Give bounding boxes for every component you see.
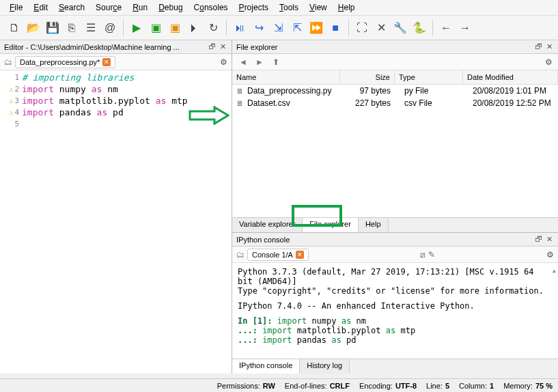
clear-icon[interactable]: ✎ bbox=[428, 250, 435, 260]
maximize-icon[interactable]: ⛶ bbox=[353, 19, 371, 37]
back-icon[interactable]: ← bbox=[437, 19, 455, 37]
list-icon[interactable]: ☰ bbox=[82, 19, 100, 37]
close-tab-icon[interactable]: ✕ bbox=[102, 58, 111, 66]
console-tab[interactable]: Console 1/A ✕ bbox=[247, 249, 309, 261]
save-all-icon[interactable]: ⎘ bbox=[63, 19, 81, 37]
at-icon[interactable]: @ bbox=[101, 19, 119, 37]
run-cell-icon[interactable]: ▣ bbox=[147, 19, 165, 37]
close-pane-icon[interactable]: ✕ bbox=[544, 42, 554, 51]
explorer-nav: ◄ ► ⬆ ⚙ bbox=[232, 54, 558, 70]
file-row[interactable]: 🗎 Dataset.csv 227 bytes csv File 20/08/2… bbox=[232, 97, 558, 109]
annotation-arrow bbox=[189, 106, 229, 125]
col-type[interactable]: Type bbox=[395, 70, 463, 84]
console-bottom-tabs: IPython console History log bbox=[232, 359, 558, 374]
run-icon[interactable]: ▶ bbox=[128, 19, 145, 37]
col-date[interactable]: Date Modified bbox=[463, 70, 558, 84]
status-permissions: Permissions: RW bbox=[217, 382, 275, 390]
menu-bar: File Edit Search Source Run Debug Consol… bbox=[0, 0, 558, 16]
close-pane-icon[interactable]: ✕ bbox=[544, 235, 554, 244]
close-pane-icon[interactable]: ✕ bbox=[218, 42, 227, 51]
status-memory: Memory: 75 % bbox=[503, 382, 553, 390]
run-selection-icon[interactable]: ⏵ bbox=[185, 19, 203, 37]
gear-icon[interactable]: ⚙ bbox=[546, 250, 554, 260]
file-list-header: Name Size Type Date Modified bbox=[232, 70, 558, 85]
explorer-tabs: Variable explorer File explorer Help bbox=[232, 217, 558, 232]
main-toolbar: 🗋 📂 💾 ⎘ ☰ @ ▶ ▣ ▣ ⏵ ↻ ⏯ ↪ ⇲ ⇱ ⏩ ■ ⛶ ✕ 🔧 … bbox=[0, 16, 558, 40]
col-size[interactable]: Size bbox=[340, 70, 395, 84]
status-encoding: Encoding: UTF-8 bbox=[359, 382, 417, 390]
menu-view[interactable]: View bbox=[304, 1, 333, 14]
file-row[interactable]: 🗎 Data_preprocessing.py 97 bytes py File… bbox=[232, 85, 558, 97]
file-icon: 🗎 bbox=[236, 87, 247, 95]
console-tab-row: 🗂 Console 1/A ✕ ⧄ ✎ ⚙ bbox=[232, 247, 558, 263]
file-explorer-header: File explorer 🗗✕ bbox=[232, 40, 558, 54]
undock-icon[interactable]: 🗗 bbox=[207, 42, 217, 51]
file-explorer-title: File explorer bbox=[236, 43, 533, 51]
wrench-icon[interactable]: 🔧 bbox=[391, 19, 409, 37]
status-line: Line: 5 bbox=[426, 382, 449, 390]
tab-ipython[interactable]: IPython console bbox=[232, 359, 300, 374]
menu-file[interactable]: File bbox=[4, 1, 28, 14]
status-column: Column: 1 bbox=[459, 382, 494, 390]
menu-tools[interactable]: Tools bbox=[274, 1, 304, 14]
code-line-2: import numpy as nm bbox=[22, 84, 118, 94]
ipython-title: IPython console bbox=[236, 236, 533, 244]
nav-back-icon[interactable]: ◄ bbox=[238, 57, 249, 67]
console-banner: IPython 7.4.0 -- An enhanced Interactive… bbox=[238, 301, 553, 311]
undock-icon[interactable]: 🗗 bbox=[533, 235, 543, 244]
code-line-1: # importing libraries bbox=[22, 72, 134, 83]
step-into-icon[interactable]: ⇲ bbox=[269, 19, 287, 37]
step-out-icon[interactable]: ⇱ bbox=[288, 19, 306, 37]
python-icon[interactable]: 🐍 bbox=[410, 19, 428, 37]
menu-consoles[interactable]: Consoles bbox=[189, 1, 234, 14]
browse-tabs-icon[interactable]: 🗂 bbox=[236, 250, 245, 260]
editor-tab-row: 🗂 Data_preprocessing.py* ✕ ⚙ bbox=[0, 54, 232, 70]
console-banner: Type "copyright", "credits" or "license"… bbox=[238, 286, 553, 296]
interrupt-icon[interactable]: ⧄ bbox=[420, 250, 426, 260]
new-file-icon[interactable]: 🗋 bbox=[5, 19, 23, 37]
gear-icon[interactable]: ⚙ bbox=[220, 57, 227, 67]
editor-file-tab[interactable]: Data_preprocessing.py* ✕ bbox=[15, 56, 115, 68]
nav-forward-icon[interactable]: ► bbox=[254, 57, 265, 67]
gear-icon[interactable]: ⚙ bbox=[545, 57, 553, 67]
stop-debug-icon[interactable]: ■ bbox=[326, 19, 344, 37]
menu-source[interactable]: Source bbox=[90, 1, 127, 14]
open-file-icon[interactable]: 📂 bbox=[25, 19, 42, 37]
console-in: In [1]: import numpy as nm bbox=[238, 316, 553, 326]
debug-icon[interactable]: ⏯ bbox=[231, 19, 249, 37]
browse-tabs-icon[interactable]: 🗂 bbox=[4, 57, 12, 67]
nav-up-icon[interactable]: ⬆ bbox=[270, 57, 281, 67]
menu-projects[interactable]: Projects bbox=[234, 1, 274, 14]
console-banner: Python 3.7.3 (default, Mar 27 2019, 17:1… bbox=[238, 267, 553, 286]
tab-help[interactable]: Help bbox=[359, 218, 389, 232]
rerun-icon[interactable]: ↻ bbox=[204, 19, 222, 37]
close-tab-icon[interactable]: ✕ bbox=[296, 251, 304, 259]
status-eol: End-of-lines: CRLF bbox=[285, 382, 350, 390]
console-output[interactable]: ▴ Python 3.7.3 (default, Mar 27 2019, 17… bbox=[232, 263, 558, 359]
menu-run[interactable]: Run bbox=[127, 1, 153, 14]
status-bar: Permissions: RW End-of-lines: CRLF Encod… bbox=[0, 378, 558, 392]
step-over-icon[interactable]: ↪ bbox=[250, 19, 268, 37]
scroll-up-icon[interactable]: ▴ bbox=[552, 266, 557, 275]
editor-header: Editor - C:\Users\admin\Desktop\Machine … bbox=[0, 40, 232, 54]
tab-filename: Data_preprocessing.py* bbox=[20, 58, 100, 66]
forward-icon[interactable]: → bbox=[456, 19, 474, 37]
crossed-tools-icon[interactable]: ✕ bbox=[372, 19, 390, 37]
tab-history[interactable]: History log bbox=[300, 359, 350, 374]
run-cell-advance-icon[interactable]: ▣ bbox=[166, 19, 184, 37]
menu-help[interactable]: Help bbox=[333, 1, 361, 14]
editor-pane: Editor - C:\Users\admin\Desktop\Machine … bbox=[0, 40, 232, 374]
console-tab-label: Console 1/A bbox=[252, 251, 293, 259]
save-icon[interactable]: 💾 bbox=[44, 19, 61, 37]
annotation-highlight-box bbox=[292, 205, 342, 227]
console-cont: ...: import pandas as pd bbox=[238, 335, 553, 345]
col-name[interactable]: Name bbox=[232, 70, 340, 84]
code-line-3: import matplotlib.pyplot as mtp bbox=[22, 96, 188, 106]
menu-edit[interactable]: Edit bbox=[28, 1, 53, 14]
continue-icon[interactable]: ⏩ bbox=[307, 19, 325, 37]
undock-icon[interactable]: 🗗 bbox=[533, 42, 543, 51]
editor-title: Editor - C:\Users\admin\Desktop\Machine … bbox=[4, 43, 207, 51]
menu-debug[interactable]: Debug bbox=[153, 1, 188, 14]
file-list: 🗎 Data_preprocessing.py 97 bytes py File… bbox=[232, 85, 558, 217]
menu-search[interactable]: Search bbox=[53, 1, 90, 14]
